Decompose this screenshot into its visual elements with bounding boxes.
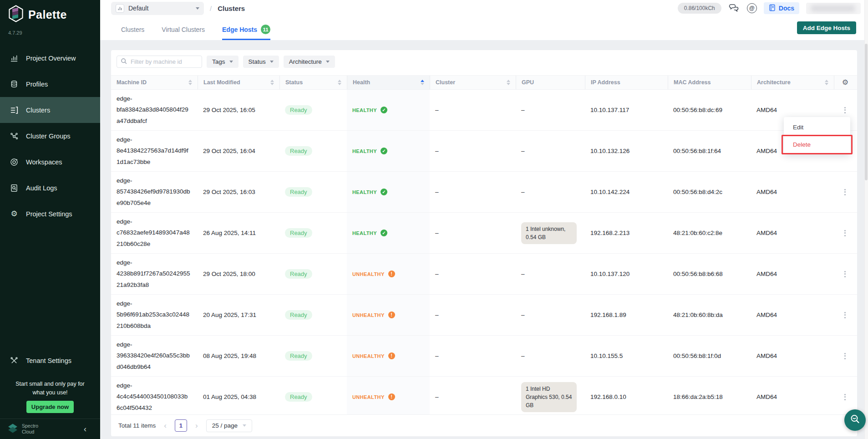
unhealthy-exclamation-icon: ! xyxy=(388,352,395,359)
sidebar-item-tenant-settings[interactable]: Tenant Settings xyxy=(0,349,100,373)
table-row[interactable]: edge-4238b891f7267a5024295521a92b3fa829 … xyxy=(111,254,857,295)
column-header-machine-id[interactable]: Machine ID xyxy=(111,76,198,89)
machine-id-cell: edge-4c4c4544003450108033b6c04f504432 xyxy=(111,380,198,413)
column-header-status[interactable]: Status xyxy=(279,76,347,89)
table-row[interactable]: edge-c76832aefe914893047a48210b60c28e26 … xyxy=(111,213,857,254)
table-row[interactable]: edge-bfa83842a83d8405804f29a47ddbafcf29 … xyxy=(111,90,857,131)
sidebar-item-project-overview[interactable]: Project Overview xyxy=(0,45,100,71)
table-row[interactable]: edge-396338420e4f260a55c3bbd046db9b6408 … xyxy=(111,336,857,377)
next-page-button[interactable]: › xyxy=(195,422,198,429)
status-cell: Ready xyxy=(279,311,347,318)
chevron-down-icon xyxy=(243,424,246,427)
cluster-cell: – xyxy=(430,311,516,318)
sort-desc-icon xyxy=(507,83,510,85)
sidebar-item-workspaces[interactable]: Workspaces xyxy=(0,149,100,175)
machine-id-value: edge-bfa83842a83d8405804f29a47ddbafcf xyxy=(117,93,190,126)
column-header-label: Last Modified xyxy=(203,79,240,86)
sidebar-item-project-settings[interactable]: ⚙Project Settings xyxy=(0,201,100,227)
sidebar-item-cluster-groups[interactable]: Cluster Groups xyxy=(0,123,100,149)
top-header: Default / Clusters 0.86/100kCh @ xyxy=(100,0,868,40)
row-actions-kebab[interactable] xyxy=(840,268,850,281)
row-actions-kebab[interactable] xyxy=(840,227,850,240)
machine-id-value: edge-5b96f691ab253ca3c02448210b608bda xyxy=(117,298,190,331)
tab-virtual-clusters[interactable]: Virtual Clusters xyxy=(162,20,205,40)
kebab-dot xyxy=(844,276,846,277)
filter-dropdown-architecture[interactable]: Architecture xyxy=(284,56,335,68)
row-actions-kebab[interactable] xyxy=(840,350,850,362)
column-header-ip-address[interactable]: IP Address xyxy=(585,76,668,89)
chat-icon[interactable] xyxy=(728,3,740,13)
table-row[interactable]: edge-8e41384227563a7d14df9f1d1ac73bbe29 … xyxy=(111,131,857,172)
search-icon xyxy=(121,58,127,66)
table-row[interactable]: edge-5b96f691ab253ca3c02448210b608bda20 … xyxy=(111,295,857,336)
healthy-check-icon: ✓ xyxy=(381,189,387,195)
sidebar-item-audit-logs[interactable]: Audit Logs xyxy=(0,175,100,201)
row-actions-kebab[interactable] xyxy=(840,391,850,403)
row-actions-kebab[interactable] xyxy=(840,309,850,322)
kebab-dot xyxy=(844,189,846,190)
sidebar-collapse-icon[interactable]: ‹ xyxy=(84,424,86,434)
status-badge: Ready xyxy=(285,310,312,320)
scrollbar-thumb[interactable] xyxy=(865,44,868,180)
project-selector[interactable]: Default xyxy=(111,2,204,15)
status-cell: Ready xyxy=(279,189,347,195)
row-actions-kebab[interactable] xyxy=(840,104,850,117)
table-row[interactable]: edge-857438426ef9d9781930dbe90b705e4e29 … xyxy=(111,172,857,213)
filter-dropdown-tags[interactable]: Tags xyxy=(207,56,239,68)
column-header-cluster[interactable]: Cluster xyxy=(430,76,516,89)
edge-hosts-card: TagsStatusArchitecture Machine IDLast Mo… xyxy=(111,50,857,436)
sort-icons xyxy=(338,80,341,85)
docs-button[interactable]: Docs xyxy=(764,2,799,14)
prev-page-button[interactable]: ‹ xyxy=(164,422,167,429)
tab-clusters[interactable]: Clusters xyxy=(121,20,144,40)
ip-address-cell: 192.168.0.10 xyxy=(585,393,668,400)
row-actions-kebab[interactable] xyxy=(840,186,850,199)
palette-logo-icon xyxy=(8,5,24,24)
breadcrumb: Clusters xyxy=(218,5,245,12)
help-chat-widget[interactable] xyxy=(844,409,866,431)
mention-icon[interactable]: @ xyxy=(747,3,757,13)
unhealthy-exclamation-icon: ! xyxy=(388,311,395,318)
machine-id-value: edge-c76832aefe914893047a48210b60c28e xyxy=(117,216,190,249)
context-menu-item-edit[interactable]: Edit xyxy=(784,118,850,136)
breadcrumb-row: Default / Clusters xyxy=(111,1,245,15)
search-input[interactable] xyxy=(130,58,198,66)
kebab-dot xyxy=(844,191,846,193)
kebab-dot xyxy=(844,235,846,236)
tab-edge-hosts[interactable]: Edge Hosts11 xyxy=(222,20,270,40)
mac-address-cell: 00:50:56:b8:b6:68 xyxy=(668,271,751,277)
column-header-health[interactable]: Health xyxy=(347,76,430,89)
filter-dropdown-status[interactable]: Status xyxy=(243,56,279,68)
table-header: Machine IDLast ModifiedStatusHealthClust… xyxy=(111,75,857,90)
add-edge-hosts-button[interactable]: Add Edge Hosts xyxy=(797,21,856,34)
machine-id-value: edge-4238b891f7267a5024295521a92b3fa8 xyxy=(117,257,190,290)
table-row[interactable]: edge-4c4c4544003450108033b6c04f50443201 … xyxy=(111,377,857,418)
machine-id-value: edge-396338420e4f260a55c3bbd046db9b64 xyxy=(117,339,190,372)
spectro-cloud-logo-icon xyxy=(7,423,18,435)
healthy-check-icon: ✓ xyxy=(381,148,387,154)
page-scrollbar[interactable] xyxy=(864,0,868,439)
gear-icon: ⚙ xyxy=(9,210,19,218)
column-header-architecture[interactable]: Architecture xyxy=(751,76,834,89)
sidebar-item-clusters[interactable]: Clusters xyxy=(0,97,100,123)
last-modified-cell: 29 Oct 2025, 16:03 xyxy=(198,189,279,195)
column-header-mac-address[interactable]: MAC Address xyxy=(668,76,751,89)
sort-asc-icon xyxy=(507,80,510,82)
magnifier-smile-icon xyxy=(849,413,861,427)
upgrade-now-button[interactable]: Upgrade now xyxy=(26,401,74,413)
page-size-select[interactable]: 25 / page xyxy=(206,419,252,432)
sidebar-item-profiles[interactable]: Profiles xyxy=(0,71,100,97)
gpu-badge: 1 Intel HD Graphics 530, 0.54 GB xyxy=(521,382,577,412)
tab-label: Virtual Clusters xyxy=(162,26,205,33)
health-label: UNHEALTHY xyxy=(352,394,385,400)
page-number-button[interactable]: 1 xyxy=(175,419,187,432)
palette-logo[interactable]: Palette xyxy=(8,5,67,24)
column-header-last-modified[interactable]: Last Modified xyxy=(198,76,279,89)
context-menu-item-delete[interactable]: Delete xyxy=(784,136,850,153)
gear-icon[interactable]: ⚙ xyxy=(842,79,848,86)
mac-address-cell: 00:50:56:b8:1f:64 xyxy=(668,148,751,154)
kebab-dot xyxy=(844,312,846,313)
column-header-gpu[interactable]: GPU xyxy=(516,76,585,89)
machine-id-search[interactable] xyxy=(117,56,202,68)
chevron-down-icon xyxy=(270,61,274,63)
